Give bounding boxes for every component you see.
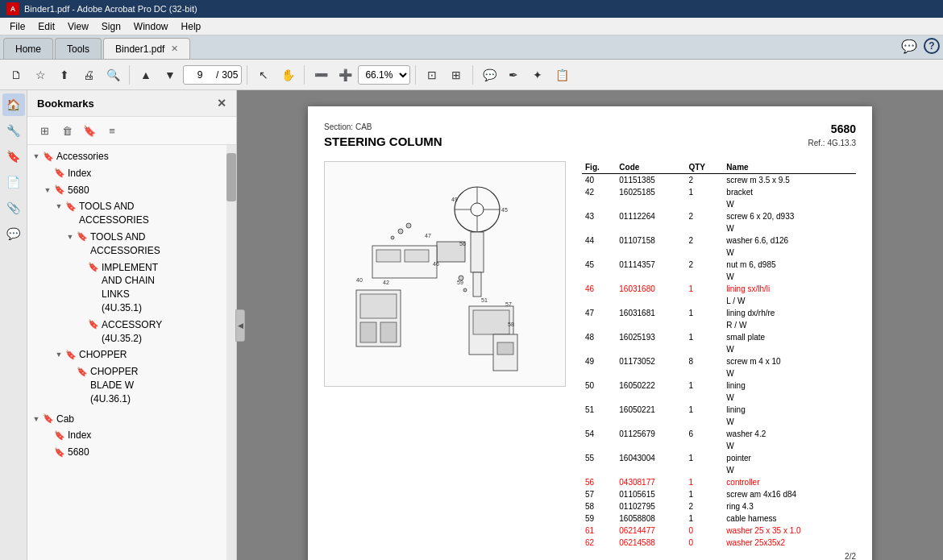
- sidebar-collapse-handle[interactable]: ◀: [235, 309, 245, 342]
- pen-button[interactable]: ✒: [502, 64, 525, 86]
- page-navigation: / 305: [183, 65, 242, 85]
- form-button[interactable]: 📋: [550, 64, 573, 86]
- bookmark-accessory[interactable]: ▶ 🔖 ACCESSORY(4U.35.2): [76, 317, 225, 347]
- cell-fig: 49: [582, 355, 616, 367]
- cell-fig: [582, 392, 616, 404]
- print-button[interactable]: 🖨: [77, 64, 100, 86]
- cell-name: W: [723, 198, 856, 210]
- svg-text:40: 40: [356, 277, 363, 283]
- bookmark-button[interactable]: ☆: [29, 64, 52, 86]
- bookmark-cab-index[interactable]: ▶ 🔖 Index: [42, 427, 225, 444]
- menu-file[interactable]: File: [3, 19, 31, 34]
- tools-sidebar-icon[interactable]: 🔧: [2, 119, 25, 142]
- hand-tool[interactable]: ✋: [276, 64, 299, 86]
- help-icon[interactable]: ?: [924, 38, 940, 54]
- cell-code: [616, 271, 685, 283]
- cell-name: W: [723, 222, 856, 234]
- cell-code: 01107158: [616, 234, 685, 247]
- cell-code: [616, 440, 685, 452]
- bookmark-icon: 🔖: [87, 317, 100, 332]
- table-row: 47160316811lining dx/rh/re: [582, 307, 856, 319]
- expand-all-button[interactable]: ⊞: [34, 120, 55, 141]
- attachment-sidebar-icon[interactable]: 📎: [2, 197, 25, 219]
- cell-code: [616, 247, 685, 259]
- add-bookmark-button[interactable]: 🔖: [79, 120, 100, 141]
- bookmark-implement[interactable]: ▶ 🔖 IMPLEMENTAND CHAINLINKS(4U.35.1): [76, 259, 225, 317]
- cell-fig: 42: [582, 186, 616, 198]
- cell-qty: [685, 392, 723, 404]
- tab-binder1[interactable]: Binder1.pdf ✕: [103, 38, 190, 59]
- home-sidebar-icon[interactable]: 🏠: [2, 93, 25, 116]
- bookmark-cab-5680[interactable]: ▶ 🔖 5680: [42, 444, 225, 461]
- zoom-in-button[interactable]: ➕: [334, 64, 356, 86]
- bookmark-tools-acc-2[interactable]: ▼ 🔖 TOOLS ANDACCESSORIES: [64, 229, 225, 259]
- separator5: [472, 65, 473, 85]
- cell-qty: 8: [685, 355, 723, 367]
- bookmark-icon: 🔖: [64, 199, 77, 214]
- bookmark-icon: 🔖: [53, 445, 66, 459]
- menu-view[interactable]: View: [61, 19, 95, 34]
- menu-sign[interactable]: Sign: [95, 19, 127, 34]
- toggle-tools2[interactable]: ▼: [64, 230, 76, 244]
- upload-button[interactable]: ⬆: [53, 64, 76, 86]
- fit-page-button[interactable]: ⊡: [421, 64, 443, 86]
- close-panel-button[interactable]: ✕: [217, 97, 226, 110]
- toggle-tools1[interactable]: ▼: [53, 199, 64, 214]
- cell-fig: [582, 416, 616, 428]
- menu-edit[interactable]: Edit: [31, 19, 61, 34]
- svg-text:56: 56: [459, 241, 466, 247]
- tab-home[interactable]: Home: [3, 38, 53, 59]
- new-document-button[interactable]: 🗋: [5, 64, 27, 86]
- cell-fig: 46: [582, 283, 616, 295]
- cell-fig: 62: [582, 537, 616, 549]
- zoom-out-button[interactable]: ➖: [309, 64, 332, 86]
- zoom-out-toolbar-button[interactable]: 🔍: [102, 64, 124, 86]
- tab-close-button[interactable]: ✕: [171, 44, 178, 54]
- table-row: 48160251931small plate: [582, 331, 856, 343]
- cab-5680-label: 5680: [66, 445, 225, 460]
- bookmark-sidebar-icon[interactable]: 🔖: [2, 145, 25, 168]
- prev-page-button[interactable]: ▲: [135, 64, 157, 86]
- bookmark-scroll[interactable]: ▼ 🔖 Accessories ▶ 🔖 Index ▼: [27, 145, 236, 560]
- toggle-5680[interactable]: ▼: [42, 183, 53, 197]
- bookmark-chopper[interactable]: ▼ 🔖 CHOPPER: [42, 346, 225, 363]
- next-page-button[interactable]: ▼: [159, 64, 181, 86]
- toggle-cab[interactable]: ▼: [31, 412, 42, 426]
- bookmark-chopper-blade[interactable]: ▶ 🔖 CHOPPERBLADE W(4U.36.1): [64, 363, 225, 407]
- cell-code: 04308177: [616, 476, 685, 488]
- cursor-tool[interactable]: ↖: [252, 64, 275, 86]
- bookmark-options-button[interactable]: ≡: [102, 120, 123, 141]
- table-row: W: [582, 247, 856, 259]
- pdf-section-label: Section: CAB: [324, 122, 442, 131]
- toggle-chopper[interactable]: ▼: [53, 347, 64, 362]
- chat-icon[interactable]: 💬: [898, 35, 920, 57]
- cell-fig: [582, 295, 616, 307]
- bookmark-index[interactable]: ▶ 🔖 Index: [42, 165, 225, 182]
- delete-bookmark-button[interactable]: 🗑: [56, 120, 77, 141]
- comment-sidebar-icon[interactable]: 💬: [2, 222, 25, 245]
- panel-header: Bookmarks ✕: [27, 90, 236, 117]
- cell-qty: [685, 416, 723, 428]
- bookmark-cab[interactable]: ▼ 🔖 Cab: [31, 411, 225, 428]
- page-sidebar-icon[interactable]: 📄: [2, 171, 25, 193]
- bookmark-tools-acc-1[interactable]: ▼ 🔖 TOOLS ANDACCESSORIES: [53, 198, 225, 229]
- cell-name: washer 25x35x2: [723, 537, 856, 549]
- scrollbar-thumb[interactable]: [226, 153, 236, 201]
- zoom-select[interactable]: 66.1% 50% 75% 100% 125% 150%: [358, 65, 410, 85]
- bookmark-5680[interactable]: ▼ 🔖 5680: [42, 182, 225, 199]
- menu-help[interactable]: Help: [175, 19, 208, 34]
- bookmark-accessories[interactable]: ▼ 🔖 Accessories: [31, 148, 225, 165]
- page-input[interactable]: [187, 69, 213, 81]
- cell-name: W: [723, 247, 856, 259]
- toggle-accessories[interactable]: ▼: [31, 149, 42, 164]
- comment-button[interactable]: 💬: [478, 64, 501, 86]
- cell-name: controller: [723, 476, 856, 488]
- cell-fig: 50: [582, 380, 616, 392]
- stamp-button[interactable]: ✦: [526, 64, 549, 86]
- cell-code: 06214588: [616, 537, 685, 549]
- grid-button[interactable]: ⊞: [445, 64, 467, 86]
- accessory-label: ACCESSORY(4U.35.2): [100, 317, 225, 346]
- pdf-title: STEERING COLUMN: [324, 135, 442, 148]
- tab-tools[interactable]: Tools: [55, 38, 102, 59]
- menu-window[interactable]: Window: [127, 19, 175, 34]
